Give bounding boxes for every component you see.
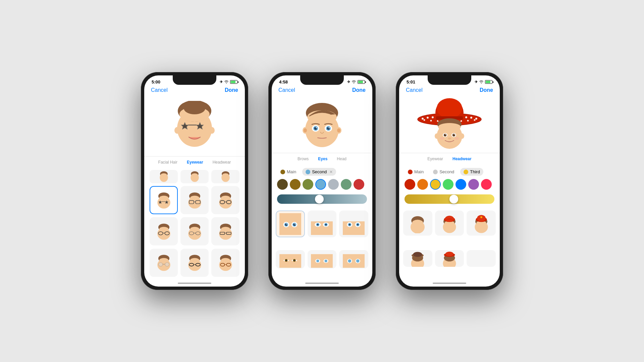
color-swatch-olive-2[interactable] [303, 179, 313, 190]
done-button-1[interactable]: Done [225, 87, 238, 93]
time-1: 5:00 [152, 79, 160, 84]
color-swatch-orange-3[interactable] [417, 179, 428, 190]
eyewear-cell-1[interactable] [150, 186, 178, 214]
tab-facial-hair[interactable]: Facial Hair [154, 159, 182, 166]
eye-slider-2 [277, 193, 367, 206]
tab-eyewear[interactable]: Eyewear [182, 159, 208, 166]
svg-point-50 [221, 227, 230, 232]
svg-point-62 [190, 258, 199, 263]
color-swatch-yellow-3[interactable] [430, 179, 441, 190]
notch-1 [173, 75, 216, 85]
svg-point-32 [221, 195, 230, 200]
tab-headwear[interactable]: Headwear [208, 159, 236, 166]
color-swatch-gray-2[interactable] [328, 179, 339, 190]
airplane-icon-2: ✈ [347, 80, 350, 84]
avatar-cell-partial-1[interactable] [150, 170, 178, 183]
svg-point-141 [430, 120, 432, 122]
avatar-cell-partial-2[interactable] [180, 170, 209, 183]
svg-point-164 [440, 137, 444, 140]
headwear-cell-2[interactable] [435, 210, 464, 236]
color-tab-second-3[interactable]: Second [430, 168, 458, 176]
second-label-2: Second [312, 169, 327, 174]
eyes-cell-5[interactable] [308, 250, 337, 268]
svg-point-120 [325, 259, 327, 262]
cancel-button-3[interactable]: Cancel [406, 87, 423, 93]
second-color-dot-2 [306, 170, 310, 174]
tab-brows[interactable]: Brows [293, 155, 313, 163]
color-swatch-blue-2[interactable] [315, 179, 326, 190]
eyes-cell-4[interactable] [276, 250, 305, 268]
svg-point-14 [191, 173, 198, 177]
memoji-svg-2 [299, 100, 345, 149]
avatar-area-3 [399, 96, 500, 153]
home-indicator-3 [399, 280, 500, 287]
battery-icon-2 [358, 80, 365, 84]
svg-point-124 [348, 259, 352, 263]
svg-point-44 [190, 227, 199, 232]
eyewear-cell-9[interactable] [211, 249, 239, 277]
color-swatch-red-3[interactable] [405, 179, 415, 190]
eyewear-cell-2[interactable] [180, 186, 209, 214]
svg-point-84 [328, 127, 330, 128]
eyewear-cell-3[interactable] [211, 186, 239, 214]
eyewear-cell-6[interactable] [211, 217, 239, 245]
eyewear-cell-5[interactable] [180, 217, 209, 245]
tab-eyewear-3[interactable]: Eyewear [423, 155, 448, 163]
color-tab-main-2[interactable]: Main [277, 168, 300, 176]
color-swatch-purple-3[interactable] [468, 179, 479, 190]
top-partial-row [144, 169, 245, 183]
headwear-cell-5[interactable] [435, 250, 464, 267]
tab-eyes[interactable]: Eyes [313, 155, 332, 163]
eyewear-cell-7[interactable] [150, 249, 178, 277]
color-swatch-blue-3[interactable] [455, 179, 466, 190]
notch-3 [428, 75, 471, 85]
eyewear-cell-4[interactable] [150, 217, 178, 245]
eyes-grid [272, 209, 372, 280]
headwear-cell-6[interactable] [467, 250, 496, 267]
headwear-cell-4[interactable] [403, 250, 432, 267]
color-swatch-pink-3[interactable] [481, 179, 492, 190]
svg-rect-121 [343, 254, 365, 268]
slider-thumb-3[interactable] [449, 195, 458, 203]
close-icon-2[interactable]: ✕ [329, 170, 333, 174]
avatar-cell-partial-3[interactable] [211, 170, 239, 183]
color-tab-main-3[interactable]: Main [405, 168, 427, 176]
headwear-cell-3[interactable] [467, 210, 496, 236]
color-tab-second-2[interactable]: Second ✕ [302, 168, 336, 176]
color-swatch-green-2[interactable] [341, 179, 352, 190]
color-tabs-3: Main Second Third [405, 168, 494, 176]
svg-point-137 [465, 116, 467, 118]
svg-point-163 [448, 137, 451, 139]
cancel-button-2[interactable]: Cancel [278, 87, 295, 93]
color-swatch-green-3[interactable] [443, 179, 453, 190]
slider-track-2[interactable] [277, 194, 367, 204]
eyes-cell-2[interactable] [308, 210, 337, 237]
eyes-cell-1[interactable] [276, 210, 305, 237]
svg-point-57 [158, 263, 162, 266]
cancel-button-1[interactable]: Cancel [151, 87, 168, 93]
svg-point-96 [294, 223, 296, 224]
eye-color-row-2 [277, 179, 367, 190]
done-button-2[interactable]: Done [352, 87, 366, 93]
svg-point-85 [304, 128, 307, 132]
eyes-cell-3[interactable] [339, 210, 368, 237]
home-bar-1 [178, 283, 211, 284]
wifi-icon-3 [479, 80, 484, 84]
eyewear-cell-8[interactable] [180, 249, 209, 277]
slider-thumb-2[interactable] [315, 195, 324, 203]
svg-point-20 [159, 195, 168, 200]
headwear-cell-1[interactable] [403, 210, 432, 236]
color-swatch-brown-2[interactable] [290, 179, 301, 190]
svg-point-11 [160, 173, 167, 177]
tab-head[interactable]: Head [332, 155, 351, 163]
color-swatch-red-2[interactable] [354, 179, 364, 190]
home-bar-3 [433, 283, 466, 284]
color-swatch-brown-dark-2[interactable] [277, 179, 288, 190]
done-button-3[interactable]: Done [480, 87, 493, 93]
tab-headwear-3[interactable]: Headwear [448, 155, 476, 163]
second-color-dot-3 [433, 170, 438, 174]
eyes-cell-6[interactable] [339, 250, 368, 268]
color-tab-third-3[interactable]: Third [460, 168, 483, 176]
tab-bar-3: Eyewear Headwear [399, 153, 500, 165]
slider-track-3[interactable] [405, 194, 494, 204]
